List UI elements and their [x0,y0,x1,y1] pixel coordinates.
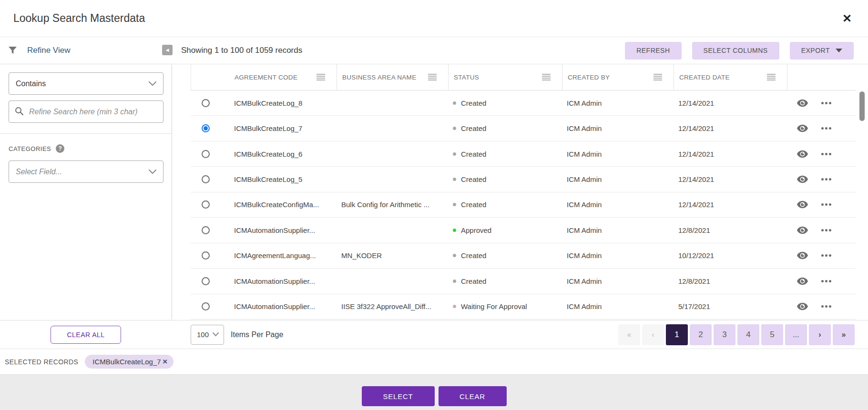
row-radio[interactable] [202,226,210,234]
more-actions-icon[interactable] [821,305,831,308]
record-count-text: Showing 1 to 100 of 1059 records [181,46,302,55]
table-row: ICMBulkCreateConfigMa... Bulk Config for… [191,192,856,218]
select-columns-button[interactable]: SELECT COLUMNS [692,42,779,60]
row-radio[interactable] [202,277,210,285]
status-dot [453,178,456,181]
last-page-button[interactable]: » [833,324,855,345]
table-body: ICMBulkCreateLog_8 Created ICM Admin 12/… [191,90,856,320]
export-button[interactable]: EXPORT [790,42,854,60]
view-record-icon[interactable] [797,226,808,234]
column-menu-icon[interactable] [317,74,325,80]
cell-agreement-code: ICMBulkCreateConfigMa... [229,200,336,209]
row-radio[interactable] [202,99,210,107]
first-page-button[interactable]: « [618,324,640,345]
column-header-status[interactable]: STATUS [448,64,562,90]
more-actions-icon[interactable] [821,153,831,155]
vertical-scrollbar[interactable] [859,91,865,121]
column-menu-icon[interactable] [654,74,662,80]
row-radio[interactable] [202,302,210,310]
items-per-page-select[interactable]: 100 [191,325,224,345]
toolbar: Refine View ◀ Showing 1 to 100 of 1059 r… [0,37,868,64]
view-record-icon[interactable] [797,175,808,183]
cell-agreement-code: ICMBulkCreateLog_5 [229,175,336,183]
column-header-business-area[interactable]: BUSINESS AREA NAME [337,64,448,90]
cell-created-by: ICM Admin [562,302,673,310]
cell-status: Waiting For Approval [461,302,527,310]
table-row: ICMAgreementLanguag... MN_KODER Created … [191,243,856,269]
cell-agreement-code: ICMAutomationSupplier... [229,302,336,310]
more-actions-icon[interactable] [821,229,831,231]
page-button-4[interactable]: 4 [737,324,759,345]
row-radio[interactable] [202,251,210,260]
category-field-select[interactable]: Select Field... [9,160,163,183]
cell-agreement-code: ICMBulkCreateLog_6 [229,150,336,158]
view-record-icon[interactable] [797,124,808,132]
results-table: AGREEMENT CODE BUSINESS AREA NAME STATUS… [172,64,868,320]
status-dot [453,254,456,257]
row-radio[interactable] [202,175,210,183]
select-button[interactable]: SELECT [362,386,435,406]
view-record-icon[interactable] [797,251,808,260]
cell-created-by: ICM Admin [562,251,673,260]
column-menu-icon[interactable] [542,74,551,80]
refine-search-box [9,100,163,123]
column-menu-icon[interactable] [428,74,437,80]
table-row: ICMAutomationSupplier... IISE 3f322 Appr… [191,294,856,320]
cell-created-by: ICM Admin [562,150,673,158]
cell-created-by: ICM Admin [562,200,673,209]
row-radio[interactable] [202,124,210,132]
clear-all-button[interactable]: CLEAR ALL [51,326,121,344]
view-record-icon[interactable] [797,99,808,107]
more-actions-icon[interactable] [821,102,831,104]
view-record-icon[interactable] [797,200,808,209]
page-button-3[interactable]: 3 [714,324,735,345]
status-dot [453,127,456,130]
page-list: « ‹ 1 2 3 4 5 ... › » [618,324,855,345]
status-dot [453,280,456,283]
more-actions-icon[interactable] [821,127,831,130]
category-field-placeholder: Select Field... [16,168,149,176]
more-actions-icon[interactable] [821,280,831,282]
categories-label: CATEGORIES [9,145,51,152]
table-header-row: AGREEMENT CODE BUSINESS AREA NAME STATUS… [191,64,856,90]
cell-status: Created [461,251,486,260]
page-button-ellipsis[interactable]: ... [785,324,807,345]
selected-records-bar: SELECTED RECORDS ICMBulkCreateLog_7 ✕ [0,349,868,374]
column-menu-icon[interactable] [767,74,776,80]
table-row: ICMBulkCreateLog_5 Created ICM Admin 12/… [191,167,856,192]
page-button-2[interactable]: 2 [690,324,712,345]
row-radio[interactable] [202,150,210,158]
view-record-icon[interactable] [797,277,808,285]
refresh-button[interactable]: REFRESH [625,42,681,60]
view-record-icon[interactable] [797,302,808,310]
help-icon[interactable]: ? [56,144,64,153]
close-icon[interactable]: ✕ [842,13,852,24]
cell-agreement-code: ICMBulkCreateLog_8 [229,99,336,107]
column-header-created-date[interactable]: CREATED DATE [674,64,787,90]
more-actions-icon[interactable] [821,178,831,180]
refine-search-input[interactable] [28,107,157,117]
page-button-5[interactable]: 5 [761,324,783,345]
pagination-bar: CLEAR ALL 100 Items Per Page « ‹ 1 2 3 4… [0,320,868,349]
prev-page-button[interactable]: ‹ [642,324,664,345]
cell-created-date: 12/14/2021 [673,175,786,183]
collapse-panel-icon[interactable]: ◀ [162,45,173,55]
items-per-page-label: Items Per Page [231,330,283,339]
page-button-1[interactable]: 1 [666,324,688,345]
operator-select[interactable]: Contains [9,72,163,95]
cell-created-date: 12/14/2021 [673,200,786,209]
cell-created-date: 12/14/2021 [673,150,786,158]
column-header-created-by[interactable]: CREATED BY [562,64,674,90]
more-actions-icon[interactable] [821,254,831,257]
column-header-agreement-code[interactable]: AGREEMENT CODE [229,64,337,90]
cell-business-area: MN_KODER [336,251,448,260]
chip-remove-icon[interactable]: ✕ [163,358,168,365]
more-actions-icon[interactable] [821,203,831,206]
row-radio[interactable] [202,200,210,209]
clear-button[interactable]: CLEAR [439,386,507,406]
next-page-button[interactable]: › [809,324,831,345]
table-row: ICMBulkCreateLog_6 Created ICM Admin 12/… [191,141,856,167]
search-icon [15,107,23,117]
view-record-icon[interactable] [797,150,808,158]
cell-created-date: 12/8/2021 [673,277,786,285]
